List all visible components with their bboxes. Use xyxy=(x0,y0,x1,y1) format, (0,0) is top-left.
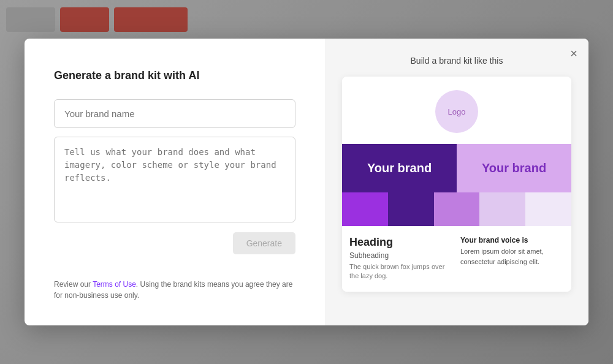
modal-container: Generate a brand kit with AI Generate Re… xyxy=(25,39,588,325)
logo-area: Logo xyxy=(342,77,571,144)
preview-heading: Heading xyxy=(349,236,453,249)
text-preview-left: Heading Subheading The quick brown fox j… xyxy=(349,236,453,281)
big-swatch-light: Your brand xyxy=(457,144,571,192)
modal-title: Generate a brand kit with AI xyxy=(54,69,295,82)
small-swatches-row xyxy=(342,192,571,226)
small-swatch-2 xyxy=(388,192,434,226)
preview-brand-voice-text: Lorem ipsum dolor sit amet, consectetur … xyxy=(460,246,564,267)
text-preview-row: Heading Subheading The quick brown fox j… xyxy=(342,226,571,292)
terms-of-use-link[interactable]: Terms of Use xyxy=(93,280,136,289)
close-button[interactable]: × xyxy=(570,47,577,59)
brand-description-textarea[interactable] xyxy=(54,137,295,222)
big-swatch-light-label: Your brand xyxy=(482,161,546,175)
brand-name-input[interactable] xyxy=(54,99,295,128)
brand-preview-card: Logo Your brand Your brand xyxy=(342,77,571,292)
modal-left-panel: Generate a brand kit with AI Generate Re… xyxy=(25,39,325,325)
big-swatches-row: Your brand Your brand xyxy=(342,144,571,192)
modal-overlay: Generate a brand kit with AI Generate Re… xyxy=(0,0,613,364)
text-preview-right: Your brand voice is Lorem ipsum dolor si… xyxy=(460,236,564,281)
preview-body-text: The quick brown fox jumps over the lazy … xyxy=(349,262,453,281)
logo-label: Logo xyxy=(448,107,466,116)
generate-button[interactable]: Generate xyxy=(233,232,295,254)
small-swatch-5 xyxy=(525,192,571,226)
generate-row: Generate xyxy=(54,232,295,254)
logo-circle: Logo xyxy=(435,90,478,133)
terms-prefix-text: Review our xyxy=(54,280,93,289)
big-swatch-dark-label: Your brand xyxy=(367,161,432,175)
small-swatch-1 xyxy=(342,192,388,226)
modal-right-panel: × Build a brand kit like this Logo Your … xyxy=(325,39,588,325)
big-swatch-dark: Your brand xyxy=(342,144,457,192)
terms-row: Review our Terms of Use. Using the brand… xyxy=(54,254,295,301)
small-swatch-4 xyxy=(479,192,525,226)
preview-subheading: Subheading xyxy=(349,251,453,260)
small-swatch-3 xyxy=(434,192,480,226)
right-panel-title: Build a brand kit like this xyxy=(411,56,503,66)
preview-brand-voice-label: Your brand voice is xyxy=(460,236,564,245)
